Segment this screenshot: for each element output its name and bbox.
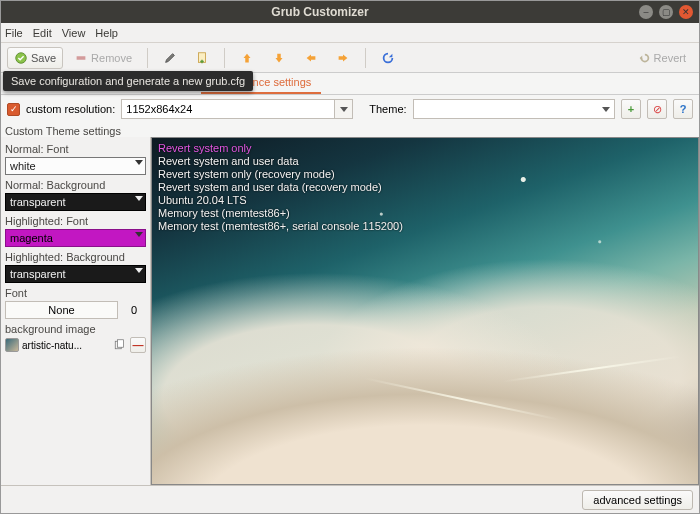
copy-icon [113, 339, 125, 351]
hl-bg-value: transparent [10, 268, 66, 280]
normal-font-value: white [10, 160, 36, 172]
window-title: Grub Customizer [1, 5, 639, 19]
chevron-down-icon [135, 160, 143, 165]
revert-icon [637, 51, 651, 65]
theme-help-button[interactable]: ? [673, 99, 693, 119]
hl-font-label: Highlighted: Font [5, 215, 146, 227]
normal-font-combo[interactable]: white [5, 157, 146, 175]
titlebar: Grub Customizer – ▢ ✕ [1, 1, 699, 23]
arrow-left-icon [304, 51, 318, 65]
font-chooser[interactable]: None [5, 301, 118, 319]
revert-label: Revert [654, 52, 686, 64]
normal-bg-label: Normal: Background [5, 179, 146, 191]
delete-button[interactable]: — [130, 337, 146, 353]
resolution-row: ✓ custom resolution: 1152x864x24 Theme: … [1, 95, 699, 123]
toolbar: Save Remove Revert Save configuration an… [1, 43, 699, 73]
move-left-button[interactable] [297, 47, 325, 69]
content: Normal: Font white Normal: Background tr… [1, 137, 699, 485]
reload-button[interactable] [374, 47, 402, 69]
svg-rect-4 [118, 340, 124, 348]
chevron-down-icon [135, 268, 143, 273]
minus-icon: — [133, 339, 144, 351]
boot-entry: Revert system and user data (recovery mo… [158, 181, 403, 194]
font-label: Font [5, 287, 146, 299]
edit-button[interactable] [156, 47, 184, 69]
boot-entry: Revert system only [158, 142, 403, 155]
bg-image-name[interactable]: artistic-natu... [22, 340, 108, 351]
no-entry-icon: ⊘ [653, 103, 662, 116]
pencil-icon [163, 51, 177, 65]
save-button[interactable]: Save [7, 47, 63, 69]
arrow-right-icon [336, 51, 350, 65]
maximize-button[interactable]: ▢ [659, 5, 673, 19]
menubar: File Edit View Help [1, 23, 699, 43]
theme-add-button[interactable]: + [621, 99, 641, 119]
resolution-combo[interactable]: 1152x864x24 [121, 99, 353, 119]
new-icon [195, 51, 209, 65]
close-button[interactable]: ✕ [679, 5, 693, 19]
save-label: Save [31, 52, 56, 64]
theme-label: Theme: [369, 103, 406, 115]
resolution-value: 1152x864x24 [126, 103, 192, 115]
remove-icon [74, 51, 88, 65]
boot-entry: Ubuntu 20.04 LTS [158, 194, 403, 207]
help-icon: ? [680, 103, 687, 115]
advanced-settings-button[interactable]: advanced settings [582, 490, 693, 510]
custom-theme-section-label: Custom Theme settings [1, 123, 699, 137]
separator [224, 48, 225, 68]
menu-file[interactable]: File [5, 27, 23, 39]
boot-entry: Revert system and user data [158, 155, 403, 168]
normal-bg-combo[interactable]: transparent [5, 193, 146, 211]
revert-button[interactable]: Revert [630, 47, 693, 69]
bg-image-thumb [5, 338, 19, 352]
menu-help[interactable]: Help [95, 27, 118, 39]
reload-icon [381, 51, 395, 65]
arrow-up-icon [240, 51, 254, 65]
theme-remove-button[interactable]: ⊘ [647, 99, 667, 119]
svg-rect-1 [77, 56, 86, 60]
plus-icon: + [628, 103, 634, 115]
separator [365, 48, 366, 68]
save-icon [14, 51, 28, 65]
font-size-value: 0 [122, 304, 146, 316]
remove-label: Remove [91, 52, 132, 64]
menu-view[interactable]: View [62, 27, 86, 39]
bg-image-label: background image [5, 323, 146, 335]
menu-edit[interactable]: Edit [33, 27, 52, 39]
boot-entry: Memory test (memtest86+, serial console … [158, 220, 403, 233]
move-up-button[interactable] [233, 47, 261, 69]
chevron-down-icon[interactable] [334, 100, 352, 118]
window-controls: – ▢ ✕ [639, 5, 699, 19]
footer: advanced settings [1, 485, 699, 513]
custom-resolution-label: custom resolution: [26, 103, 115, 115]
theme-settings-sidebar: Normal: Font white Normal: Background tr… [1, 137, 151, 485]
save-tooltip: Save configuration and generate a new gr… [3, 71, 253, 91]
custom-resolution-checkbox[interactable]: ✓ [7, 103, 20, 116]
chevron-down-icon [135, 196, 143, 201]
arrow-down-icon [272, 51, 286, 65]
preview-area: Revert system only Revert system and use… [151, 137, 699, 485]
hl-font-value: magenta [10, 232, 53, 244]
hl-font-combo[interactable]: magenta [5, 229, 146, 247]
hl-bg-combo[interactable]: transparent [5, 265, 146, 283]
move-down-button[interactable] [265, 47, 293, 69]
minimize-button[interactable]: – [639, 5, 653, 19]
boot-entry: Revert system only (recovery mode) [158, 168, 403, 181]
chevron-down-icon [135, 232, 143, 237]
separator [147, 48, 148, 68]
remove-button[interactable]: Remove [67, 47, 139, 69]
copy-button[interactable] [111, 337, 127, 353]
normal-font-label: Normal: Font [5, 143, 146, 155]
normal-bg-value: transparent [10, 196, 66, 208]
hl-bg-label: Highlighted: Background [5, 251, 146, 263]
theme-combo[interactable] [413, 99, 615, 119]
boot-entry: Memory test (memtest86+) [158, 207, 403, 220]
boot-menu-preview: Revert system only Revert system and use… [158, 142, 403, 233]
new-button[interactable] [188, 47, 216, 69]
chevron-down-icon [602, 107, 610, 112]
move-right-button[interactable] [329, 47, 357, 69]
